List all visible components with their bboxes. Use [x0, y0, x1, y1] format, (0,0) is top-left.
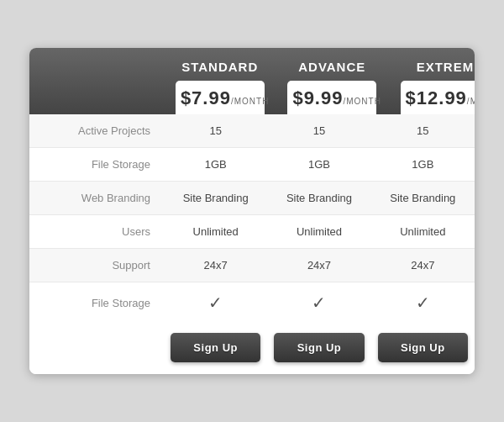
checkmark-icon: ✓	[416, 293, 430, 313]
row-cell-1-2: 1GB	[371, 148, 475, 181]
row-cell-3-2: Unlimited	[371, 215, 475, 248]
row-cell-5-2: ✓	[371, 282, 475, 323]
data-row-2: Web BrandingSite BrandingSite BrandingSi…	[29, 182, 475, 215]
row-label-0: Active Projects	[29, 114, 164, 147]
header-row: STANDARD $7.99/month ADVANCE $9.99/month…	[29, 48, 475, 114]
signup-cell-extreme: Sign Up	[371, 333, 475, 362]
row-cell-0-2: 15	[371, 114, 475, 147]
pricing-table: STANDARD $7.99/month ADVANCE $9.99/month…	[29, 48, 475, 374]
checkmark-icon: ✓	[312, 293, 326, 313]
plan-header-extreme: EXTREME $12.99/month	[388, 48, 475, 114]
row-cell-0-1: 15	[267, 114, 370, 147]
data-row-5: File Storage✓✓✓	[29, 282, 475, 323]
header-empty	[29, 48, 164, 114]
signup-button-standard[interactable]: Sign Up	[171, 333, 260, 362]
plan-name-advance: ADVANCE	[283, 60, 382, 74]
row-cell-3-1: Unlimited	[267, 215, 370, 248]
row-cell-4-0: 24x7	[164, 249, 267, 282]
data-row-1: File Storage1GB1GB1GB	[29, 148, 475, 182]
row-cell-4-2: 24x7	[371, 249, 475, 282]
price-per-extreme: /month	[467, 97, 475, 106]
price-main-standard: $7.99	[181, 87, 231, 108]
row-label-2: Web Branding	[29, 182, 164, 214]
checkmark-icon: ✓	[208, 293, 223, 313]
signup-cell-advance: Sign Up	[267, 333, 370, 362]
price-per-advance: /month	[343, 97, 381, 106]
signup-button-extreme[interactable]: Sign Up	[378, 333, 468, 362]
row-cell-3-0: Unlimited	[164, 215, 267, 248]
row-cell-2-2: Site Branding	[371, 182, 475, 214]
price-main-extreme: $12.99	[406, 87, 467, 108]
row-cell-2-1: Site Branding	[267, 182, 370, 214]
signup-button-advance[interactable]: Sign Up	[274, 333, 364, 362]
data-row-0: Active Projects151515	[29, 114, 475, 148]
signup-empty	[29, 333, 164, 362]
row-cell-0-0: 15	[164, 114, 267, 147]
row-cell-5-1: ✓	[267, 282, 370, 323]
signup-cell-standard: Sign Up	[164, 333, 267, 362]
price-badge-advance: $9.99/month	[287, 81, 376, 114]
price-badge-standard: $7.99/month	[176, 81, 265, 114]
price-badge-extreme: $12.99/month	[401, 81, 475, 114]
plan-name-extreme: EXTREME	[395, 60, 475, 74]
plan-header-standard: STANDARD $7.99/month	[164, 48, 276, 114]
row-cell-4-1: 24x7	[267, 249, 370, 282]
plan-header-advance: ADVANCE $9.99/month	[276, 48, 389, 114]
row-label-3: Users	[29, 215, 164, 248]
price-per-standard: /month	[231, 97, 269, 106]
data-row-3: UsersUnlimitedUnlimitedUnlimited	[29, 215, 475, 249]
price-main-advance: $9.99	[292, 87, 343, 108]
row-cell-2-0: Site Branding	[164, 182, 267, 214]
row-cell-1-0: 1GB	[164, 148, 267, 181]
row-cell-5-0: ✓	[164, 282, 267, 323]
row-cell-1-1: 1GB	[267, 148, 370, 181]
signup-row: Sign Up Sign Up Sign Up	[29, 323, 475, 374]
data-rows-container: Active Projects151515File Storage1GB1GB1…	[29, 114, 475, 323]
data-row-4: Support24x724x724x7	[29, 249, 475, 282]
row-label-1: File Storage	[29, 148, 164, 181]
row-label-4: Support	[29, 249, 164, 282]
plan-name-standard: STANDARD	[171, 60, 270, 74]
row-label-5: File Storage	[29, 282, 164, 323]
